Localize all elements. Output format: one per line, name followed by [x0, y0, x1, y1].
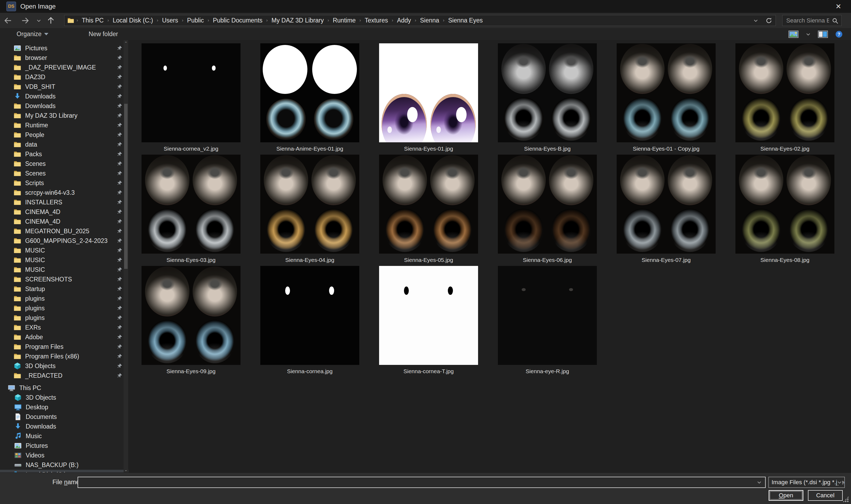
- sidebar-item-installers[interactable]: INSTALLERS: [0, 197, 128, 207]
- organize-button[interactable]: Organize: [17, 31, 49, 38]
- breadcrumb-item[interactable]: Addy: [395, 17, 413, 24]
- sidebar-item-nas-backup-b-[interactable]: NAS_BACKUP (B:): [0, 460, 128, 470]
- breadcrumb-item[interactable]: Local Disk (C:): [111, 17, 155, 24]
- breadcrumb-item[interactable]: Sienna: [418, 17, 441, 24]
- sidebar-item-megatron-bu-2025[interactable]: MEGATRON_BU_2025: [0, 226, 128, 236]
- sidebar-item-plugins[interactable]: plugins: [0, 313, 128, 323]
- sidebar-item-music[interactable]: Music: [0, 431, 128, 441]
- sidebar-item-music[interactable]: MUSIC: [0, 246, 128, 255]
- sidebar-item--daz-preview-image[interactable]: _DAZ_PREVIEW_IMAGE: [0, 62, 128, 72]
- search-input[interactable]: [786, 16, 830, 25]
- sidebar-item-downloads[interactable]: Downloads: [0, 421, 128, 431]
- sidebar-item-downloads[interactable]: Downloads: [0, 91, 128, 101]
- file-item[interactable]: Sienna-cornea.jpg: [260, 266, 359, 377]
- file-type-value: Image Files (*.dsi *.jpg *.jpeg *.: [772, 479, 845, 486]
- breadcrumb-item[interactable]: Runtime: [331, 17, 358, 24]
- file-item[interactable]: Sienna-Eyes-08.jpg: [736, 155, 834, 266]
- sidebar-item-screenshots[interactable]: SCREENSHOTS: [0, 274, 128, 284]
- file-item[interactable]: Sienna-eye-R.jpg: [498, 266, 597, 377]
- sidebar-item-exrs[interactable]: EXRs: [0, 323, 128, 332]
- address-bar[interactable]: ›This PC›Local Disk (C:)›Users›Public›Pu…: [64, 15, 776, 26]
- sidebar-item-packs[interactable]: Packs: [0, 149, 128, 159]
- breadcrumb-item[interactable]: Users: [161, 17, 180, 24]
- file-name-dropdown-icon[interactable]: [757, 480, 762, 485]
- preview-pane-button[interactable]: [818, 30, 828, 38]
- sidebar-item-g600-mappings-2-24-2023[interactable]: G600_MAPPINGS_2-24-2023: [0, 236, 128, 246]
- file-item[interactable]: Sienna-Eyes-02.jpg: [736, 43, 834, 155]
- sidebar-item-people[interactable]: People: [0, 130, 128, 140]
- sidebar-item-cinema-4d[interactable]: CINEMA_4D: [0, 217, 128, 226]
- sidebar-scrollbar[interactable]: ⌃ ⌄: [124, 40, 128, 473]
- sidebar-item-adobe[interactable]: Adobe: [0, 332, 128, 342]
- sidebar-item-3d-objects[interactable]: 3D Objects: [0, 361, 128, 371]
- breadcrumb-item[interactable]: Public Documents: [211, 17, 264, 24]
- file-item[interactable]: Sienna-Eyes-01 - Copy.jpg: [617, 43, 716, 155]
- sidebar-item-pictures[interactable]: Pictures: [0, 441, 128, 450]
- file-item[interactable]: Sienna-Eyes-04.jpg: [260, 155, 359, 266]
- back-button[interactable]: [2, 13, 14, 28]
- address-dropdown-icon[interactable]: [753, 18, 758, 23]
- file-item[interactable]: Sienna-cornea_v2.jpg: [142, 43, 240, 155]
- folder-icon: [13, 256, 21, 264]
- file-type-select[interactable]: Image Files (*.dsi *.jpg *.jpeg *.: [768, 477, 845, 488]
- sidebar-item--redacted[interactable]: _REDACTED: [0, 371, 128, 380]
- sidebar-item-cinema-4d[interactable]: CINEMA_4D: [0, 207, 128, 217]
- breadcrumb-item[interactable]: Textures: [363, 17, 390, 24]
- sidebar-item-scripts[interactable]: Scripts: [0, 178, 128, 188]
- sidebar-item-my-daz-3d-library[interactable]: My DAZ 3D Library: [0, 111, 128, 120]
- recent-locations-button[interactable]: [34, 13, 43, 28]
- sidebar-item-3d-objects[interactable]: 3D Objects: [0, 393, 128, 402]
- forward-button[interactable]: [19, 13, 31, 28]
- new-folder-button[interactable]: New folder: [89, 31, 118, 38]
- refresh-icon[interactable]: [765, 17, 772, 24]
- breadcrumb-item[interactable]: Public: [185, 17, 205, 24]
- sidebar-item-plugins[interactable]: plugins: [0, 294, 128, 303]
- sidebar-item-music[interactable]: MUSIC: [0, 265, 128, 274]
- sidebar-item-program-files-x86-[interactable]: Program Files (x86): [0, 352, 128, 361]
- sidebar-item-documents[interactable]: Documents: [0, 412, 128, 421]
- view-options-chevron-icon[interactable]: [805, 32, 811, 37]
- cancel-button[interactable]: Cancel: [808, 490, 843, 501]
- sidebar-item-browser[interactable]: browser: [0, 53, 128, 62]
- help-button[interactable]: ?: [835, 30, 843, 38]
- breadcrumb-item[interactable]: Sienna Eyes: [447, 17, 484, 24]
- sidebar-item-downloads[interactable]: Downloads: [0, 101, 128, 111]
- resize-grip[interactable]: [843, 496, 849, 502]
- scrollbar-thumb[interactable]: [124, 104, 128, 269]
- file-item[interactable]: Sienna-Eyes-01.jpg: [379, 43, 478, 155]
- file-item[interactable]: Sienna-Eyes-07.jpg: [617, 155, 716, 266]
- close-button[interactable]: ✕: [826, 0, 851, 13]
- file-item[interactable]: Sienna-Eyes-B.jpg: [498, 43, 597, 155]
- scroll-down-icon[interactable]: ⌄: [124, 467, 128, 473]
- sidebar-item-data[interactable]: data: [0, 140, 128, 149]
- sidebar-item-music[interactable]: MUSIC: [0, 255, 128, 265]
- thumbnail-view-button[interactable]: [789, 30, 799, 38]
- sidebar-item-daz3d[interactable]: DAZ3D: [0, 72, 128, 82]
- sidebar-item-scrcpy-win64-v3-3[interactable]: scrcpy-win64-v3.3: [0, 188, 128, 197]
- eye-orb: [314, 99, 354, 140]
- file-item[interactable]: Sienna-Eyes-03.jpg: [142, 155, 240, 266]
- file-name-input[interactable]: [81, 478, 745, 487]
- arrow-left-icon: [3, 16, 13, 25]
- sidebar-item-startup[interactable]: Startup: [0, 284, 128, 294]
- sidebar-item-pictures[interactable]: Pictures: [0, 43, 128, 53]
- scroll-up-icon[interactable]: ⌃: [124, 40, 128, 46]
- sidebar-item-scenes[interactable]: Scenes: [0, 168, 128, 178]
- file-item[interactable]: Sienna-Anime-Eyes-01.jpg: [260, 43, 359, 155]
- sidebar-item-vdb-shit[interactable]: VDB_SHIT: [0, 82, 128, 91]
- sidebar-item-this-pc[interactable]: This PC: [0, 383, 128, 393]
- sidebar-item-desktop[interactable]: Desktop: [0, 402, 128, 412]
- file-item[interactable]: Sienna-Eyes-06.jpg: [498, 155, 597, 266]
- file-item[interactable]: Sienna-Eyes-09.jpg: [142, 266, 240, 377]
- file-item[interactable]: Sienna-cornea-T.jpg: [379, 266, 478, 377]
- file-item[interactable]: Sienna-Eyes-05.jpg: [379, 155, 478, 266]
- sidebar-item-program-files[interactable]: Program Files: [0, 342, 128, 352]
- open-button[interactable]: Open: [768, 490, 803, 501]
- sidebar-item-scenes[interactable]: Scenes: [0, 159, 128, 168]
- sidebar-item-runtime[interactable]: Runtime: [0, 120, 128, 130]
- up-button[interactable]: [45, 13, 57, 28]
- breadcrumb-item[interactable]: My DAZ 3D Library: [270, 17, 326, 24]
- breadcrumb-item[interactable]: This PC: [80, 17, 105, 24]
- sidebar-item-plugins[interactable]: plugins: [0, 303, 128, 313]
- sidebar-item-videos[interactable]: Videos: [0, 450, 128, 460]
